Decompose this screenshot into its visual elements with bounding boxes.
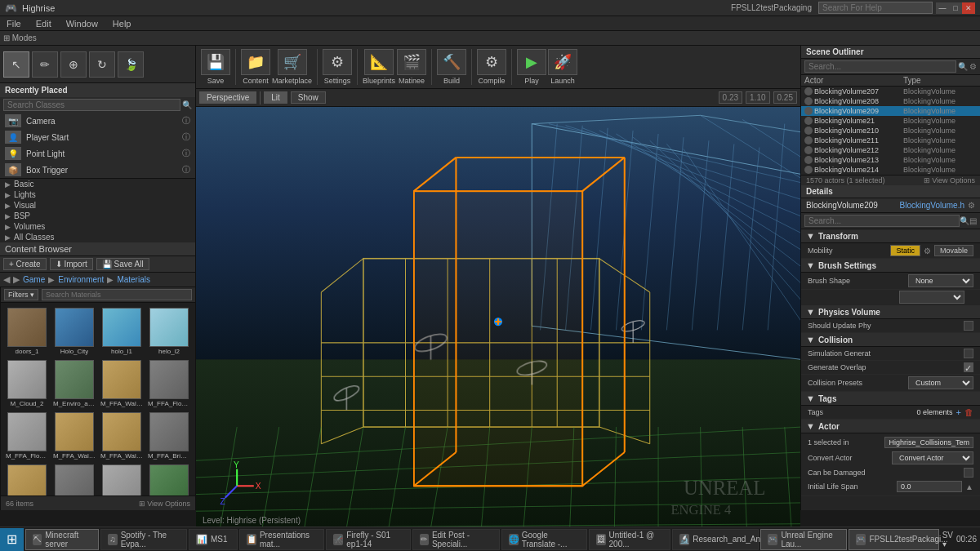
brush-shape-select[interactable]: None — [908, 274, 973, 287]
mat-ffa-wall04[interactable]: M_FFA_Wall_04 — [99, 411, 145, 461]
visibility-toggle-212[interactable] — [804, 146, 813, 154]
tags-section-header[interactable]: ▼ Tags — [801, 392, 980, 406]
perspective-button[interactable]: Perspective — [199, 91, 256, 104]
static-button[interactable]: Static — [890, 245, 920, 256]
lit-button[interactable]: Lit — [264, 91, 287, 104]
compile-group[interactable]: ⚙ Compile — [477, 49, 506, 85]
col-type-header[interactable]: Type — [903, 76, 977, 85]
delete-tag-button[interactable]: 🗑 — [964, 407, 973, 417]
can-damage-checkbox[interactable] — [964, 468, 973, 478]
filters-button[interactable]: Filters ▾ — [4, 289, 38, 300]
mat-ffa-wallplate[interactable]: M_FFA_WallPlate — [99, 358, 145, 409]
mat-ffa-wall04b[interactable]: M_FFA_Wall_04_Brighter — [4, 463, 50, 495]
brush-settings-section-header[interactable]: ▼ Brush Settings — [801, 259, 980, 273]
blueprints-group[interactable]: 📐 Blueprints — [363, 49, 395, 85]
maximize-btn[interactable]: □ — [949, 2, 962, 14]
details-search-input[interactable] — [804, 215, 960, 227]
collision-section-header[interactable]: ▼ Collision — [801, 333, 980, 347]
content-group[interactable]: 📁 Content — [241, 49, 270, 85]
transform-section-header[interactable]: ▼ Transform — [801, 229, 980, 243]
nav-back[interactable]: ◀ — [3, 274, 10, 285]
visibility-toggle-21[interactable] — [804, 117, 813, 125]
create-button[interactable]: + Create — [3, 258, 47, 270]
taskbar-fps-packaging[interactable]: 🎮 FPSLL2testPackagi... — [849, 529, 938, 550]
visibility-toggle-207[interactable] — [804, 87, 813, 96]
add-tag-button[interactable]: + — [956, 407, 961, 417]
pencil-tool[interactable]: ✏ — [32, 51, 58, 78]
actor-section-header[interactable]: ▼ Actor — [801, 420, 980, 433]
menu-help[interactable]: Help — [109, 19, 135, 29]
simulation-checkbox[interactable] — [964, 349, 973, 358]
generate-overlap-checkbox[interactable]: ✓ — [964, 362, 973, 372]
transform-tool[interactable]: ⊕ — [60, 51, 87, 78]
taskbar-minecraft[interactable]: ⛏ Minecraft server — [25, 529, 99, 550]
mat-cloud-2[interactable]: M_Cloud_2 — [4, 358, 50, 409]
actor-row-207[interactable]: BlockingVolume207 BlockingVolume — [801, 87, 980, 96]
taskbar-unreal-launcher[interactable]: 🎮 Unreal Engine Lau... — [760, 529, 847, 550]
taskbar-google-translate[interactable]: 🌐 Google Translate -... — [501, 529, 588, 550]
save-all-button[interactable]: 💾 Save All — [96, 258, 149, 270]
import-button[interactable]: ⬇ Import — [50, 258, 93, 270]
close-btn[interactable]: ✕ — [962, 2, 975, 14]
col-actor-header[interactable]: Actor — [804, 76, 903, 85]
menu-edit[interactable]: Edit — [33, 19, 55, 29]
cat-volumes[interactable]: ▶Volumes — [0, 221, 195, 232]
viewport[interactable]: UNREAL ENGINE 4 X Y Z Level: Highrise (P… — [196, 107, 800, 528]
collision-presets-select[interactable]: Custom — [908, 376, 973, 389]
material-search-input[interactable] — [42, 289, 192, 300]
actor-row-212[interactable]: BlockingVolume212 BlockingVolume — [801, 145, 980, 155]
minimize-btn[interactable]: — — [936, 2, 949, 14]
visibility-toggle-213[interactable] — [804, 156, 813, 164]
path-environment[interactable]: Environment — [58, 275, 104, 284]
mat-ffa-floor-dark[interactable]: M_FFA_Floor_Dark_02 — [4, 411, 50, 461]
outliner-options-icon[interactable]: ⚙ — [969, 62, 977, 71]
mat-forest-02[interactable]: M_Forest_02 — [146, 463, 192, 495]
convert-actor-select[interactable]: Convert Actor — [892, 451, 973, 464]
path-game[interactable]: Game — [23, 275, 45, 284]
details-settings-icon[interactable]: ⚙ — [968, 201, 975, 210]
mat-env-assets[interactable]: M_Enviro_assets_01 — [51, 358, 97, 409]
cat-lights[interactable]: ▶Lights — [0, 189, 195, 200]
actor-row-211[interactable]: BlockingVolume211 BlockingVolume — [801, 136, 980, 145]
menu-file[interactable]: File — [3, 19, 24, 29]
mat-ffa-floor02[interactable]: M_FFA_Floor_02 — [146, 358, 192, 409]
marketplace-group[interactable]: 🛒 Marketplace — [272, 49, 312, 85]
mat-holo-city[interactable]: Holo_City — [51, 306, 97, 357]
actor-row-213[interactable]: BlockingVolume213 BlockingVolume — [801, 155, 980, 165]
details-columns-icon[interactable]: ▤ — [969, 216, 977, 225]
mat-helo-l2[interactable]: helo_l2 — [146, 306, 192, 357]
class-box-trigger[interactable]: 📦 Box Trigger ⓘ — [0, 162, 195, 178]
taskbar-untitled[interactable]: 🖼 Untitled-1 @ 200... — [589, 529, 670, 550]
play-group[interactable]: ▶ Play — [517, 49, 546, 85]
taskbar-spotify[interactable]: ♫ Spotify - The Evpa... — [100, 529, 187, 550]
cat-bsp[interactable]: ▶BSP — [0, 211, 195, 221]
show-button[interactable]: Show — [291, 91, 326, 104]
class-search-input[interactable] — [3, 99, 180, 111]
cat-basic[interactable]: ▶Basic — [0, 179, 195, 189]
nav-forward[interactable]: ▶ — [13, 274, 20, 285]
mat-doors-1[interactable]: doors_1 — [4, 306, 50, 357]
select-tool[interactable]: ↖ — [3, 51, 29, 78]
modes-label[interactable]: ⊞ Modes — [3, 33, 37, 42]
leaf-tool[interactable]: 🍃 — [118, 51, 144, 78]
actor-row-21[interactable]: BlockingVolume21 BlockingVolume — [801, 116, 980, 126]
visibility-toggle-214[interactable] — [804, 166, 813, 174]
brush-shape-sub-select[interactable] — [899, 291, 964, 304]
taskbar-firefly[interactable]: 🦟 Firefly - S01 ep1-14 — [326, 529, 410, 550]
taskbar-presentations[interactable]: 📋 Presentations mat... — [239, 529, 324, 550]
actor-row-208[interactable]: BlockingVolume208 BlockingVolume — [801, 96, 980, 106]
start-button[interactable]: ⊞ — [0, 528, 24, 551]
cat-visual[interactable]: ▶Visual — [0, 200, 195, 211]
mat-ffa-wall05[interactable]: M_FFA_Wall_05 — [51, 463, 97, 495]
visibility-toggle-208[interactable] — [804, 97, 813, 105]
outliner-search-input[interactable] — [804, 60, 956, 73]
build-group[interactable]: 🔨 Build — [437, 49, 466, 85]
mat-holo-l1[interactable]: holo_l1 — [99, 306, 145, 357]
class-player-start[interactable]: 👤 Player Start ⓘ — [0, 129, 195, 145]
rotate-tool[interactable]: ↻ — [89, 51, 115, 78]
path-materials[interactable]: Materials — [117, 275, 150, 284]
settings-group[interactable]: ⚙ Settings — [323, 49, 352, 85]
mat-floor-lights[interactable]: M_Floor_Lights — [99, 463, 145, 495]
actor-row-214[interactable]: BlockingVolume214 BlockingVolume — [801, 165, 980, 175]
life-span-up-icon[interactable]: ▲ — [965, 482, 973, 491]
